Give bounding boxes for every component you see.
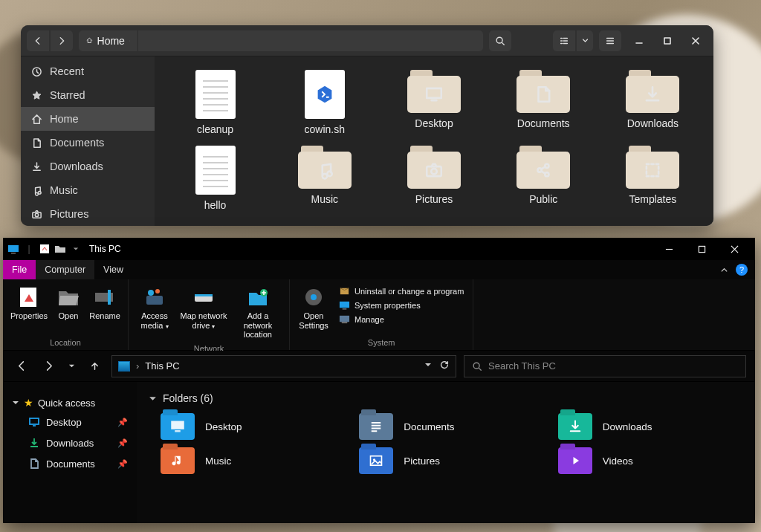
open-settings-button[interactable]: Open Settings bbox=[294, 282, 333, 333]
uninstall-program-button[interactable]: Uninstall or change a program bbox=[339, 285, 464, 296]
sidebar-item-label: Pictures bbox=[50, 208, 88, 220]
svg-point-0 bbox=[496, 37, 502, 43]
sidebar-item-recent[interactable]: Recent bbox=[21, 59, 155, 83]
sidebar-item-label: Recent bbox=[50, 65, 84, 77]
ribbon: Properties Open Rename Location Access m… bbox=[3, 279, 755, 351]
file-item-music[interactable]: Music bbox=[270, 143, 379, 214]
map-drive-button[interactable]: Map network drive ▾ bbox=[178, 282, 230, 343]
svg-rect-36 bbox=[175, 430, 181, 432]
sidebar-item-music[interactable]: Music bbox=[21, 178, 155, 202]
manage-button[interactable]: Manage bbox=[339, 314, 464, 325]
qat-folder-icon[interactable] bbox=[54, 243, 66, 255]
qat-properties-icon[interactable] bbox=[39, 243, 51, 255]
svg-rect-20 bbox=[108, 290, 111, 305]
shell-script-icon bbox=[305, 70, 345, 119]
folder-icon bbox=[359, 447, 393, 474]
collapse-ribbon-icon[interactable] bbox=[720, 266, 728, 274]
tab-computer[interactable]: Computer bbox=[36, 260, 94, 279]
folder-pictures[interactable]: Pictures bbox=[359, 447, 543, 474]
nav-forward-button[interactable] bbox=[39, 357, 58, 376]
file-item-label: Downloads bbox=[627, 117, 679, 129]
ribbon-group-system: Open Settings Uninstall or change a prog… bbox=[290, 279, 473, 350]
folder-downloads[interactable]: Downloads bbox=[558, 413, 742, 440]
history-dropdown-button[interactable] bbox=[424, 360, 432, 372]
sidebar-item-label: Downloads bbox=[46, 438, 94, 449]
help-button[interactable]: ? bbox=[736, 264, 748, 276]
tab-file[interactable]: File bbox=[3, 260, 36, 279]
sidebar-item-label: Starred bbox=[50, 89, 85, 101]
quick-access-header[interactable]: ★ Quick access bbox=[7, 394, 132, 412]
sidebar-item-starred[interactable]: Starred bbox=[21, 83, 155, 107]
folder-documents[interactable]: Documents bbox=[359, 413, 543, 440]
breadcrumb-bar[interactable]: › This PC bbox=[111, 355, 456, 377]
path-bar[interactable]: Home bbox=[79, 30, 483, 51]
file-item-cleanup[interactable]: cleanup bbox=[161, 67, 270, 138]
refresh-button[interactable] bbox=[439, 360, 450, 372]
open-button[interactable]: Open bbox=[52, 282, 85, 324]
svg-point-7 bbox=[327, 172, 332, 177]
file-item-label: cleanup bbox=[197, 123, 233, 135]
music-icon bbox=[31, 185, 42, 196]
caret-down-icon bbox=[12, 399, 19, 406]
hamburger-menu-button[interactable] bbox=[599, 30, 621, 51]
nav-up-button[interactable] bbox=[85, 357, 104, 376]
tab-view[interactable]: View bbox=[94, 260, 132, 279]
camera-icon bbox=[31, 209, 42, 220]
sidebar-item-pictures[interactable]: Pictures bbox=[21, 202, 155, 226]
nautilus-icon-view[interactable]: cleanupcowin.shDesktopDocumentsDownloads… bbox=[155, 56, 713, 226]
file-item-pictures[interactable]: Pictures bbox=[379, 143, 488, 214]
explorer-window: | This PC File Computer View ? Propertie… bbox=[3, 238, 755, 523]
maximize-button[interactable] bbox=[658, 32, 676, 50]
qat-dropdown[interactable] bbox=[70, 243, 82, 255]
svg-rect-21 bbox=[146, 296, 163, 305]
search-box[interactable]: Search This PC bbox=[464, 355, 746, 377]
hamburger-icon bbox=[605, 36, 615, 46]
file-item-label: Desktop bbox=[415, 117, 453, 129]
text-file-icon bbox=[195, 70, 236, 119]
forward-button[interactable] bbox=[51, 30, 73, 51]
view-toggle-button[interactable] bbox=[553, 30, 575, 51]
close-button[interactable] bbox=[718, 238, 751, 260]
file-item-templates[interactable]: Templates bbox=[598, 143, 707, 214]
view-options-button[interactable] bbox=[577, 30, 593, 51]
file-item-cowin-sh[interactable]: cowin.sh bbox=[270, 67, 379, 138]
sidebar-item-downloads[interactable]: Downloads📌 bbox=[7, 432, 132, 453]
recent-locations-button[interactable] bbox=[65, 357, 77, 376]
file-item-label: hello bbox=[204, 199, 227, 211]
folders-section-header[interactable]: Folders (6) bbox=[147, 389, 745, 407]
access-media-button[interactable]: Access media ▾ bbox=[133, 282, 176, 343]
file-item-label: Public bbox=[529, 193, 557, 205]
path-segment-home[interactable]: Home bbox=[79, 30, 138, 51]
download-icon bbox=[28, 437, 40, 449]
sidebar-item-desktop[interactable]: Desktop📌 bbox=[7, 412, 132, 432]
minimize-button[interactable] bbox=[652, 238, 685, 260]
sidebar-item-documents[interactable]: Documents bbox=[21, 131, 155, 155]
file-item-public[interactable]: Public bbox=[489, 143, 598, 214]
file-item-downloads[interactable]: Downloads bbox=[598, 67, 707, 138]
sidebar-item-documents[interactable]: Documents📌 bbox=[7, 453, 132, 474]
close-button[interactable] bbox=[687, 32, 705, 50]
folder-desktop[interactable]: Desktop bbox=[161, 413, 344, 440]
folder-label: Downloads bbox=[603, 421, 652, 432]
dropdown-caret-icon bbox=[129, 37, 130, 45]
folder-videos[interactable]: Videos bbox=[558, 447, 742, 474]
breadcrumb-root[interactable]: This PC bbox=[145, 360, 179, 372]
sidebar-item-home[interactable]: Home bbox=[21, 107, 155, 131]
search-button[interactable] bbox=[489, 30, 511, 51]
maximize-button[interactable] bbox=[685, 238, 718, 260]
rename-button[interactable]: Rename bbox=[86, 282, 123, 324]
minimize-button[interactable] bbox=[630, 32, 648, 50]
nav-back-button[interactable] bbox=[12, 357, 31, 376]
folder-music[interactable]: Music bbox=[161, 447, 344, 474]
file-item-desktop[interactable]: Desktop bbox=[379, 67, 488, 138]
explorer-content[interactable]: Folders (6) DesktopDocumentsDownloadsMus… bbox=[137, 382, 755, 523]
sidebar-item-downloads[interactable]: Downloads bbox=[21, 155, 155, 178]
file-item-hello[interactable]: hello bbox=[161, 143, 270, 214]
title-bar[interactable]: | This PC bbox=[3, 238, 755, 260]
add-network-location-button[interactable]: Add a network location bbox=[231, 282, 285, 343]
properties-button[interactable]: Properties bbox=[7, 282, 51, 324]
file-item-documents[interactable]: Documents bbox=[489, 67, 598, 138]
caret-down-icon bbox=[582, 37, 589, 44]
system-properties-button[interactable]: System properties bbox=[339, 299, 464, 311]
back-button[interactable] bbox=[27, 30, 49, 51]
